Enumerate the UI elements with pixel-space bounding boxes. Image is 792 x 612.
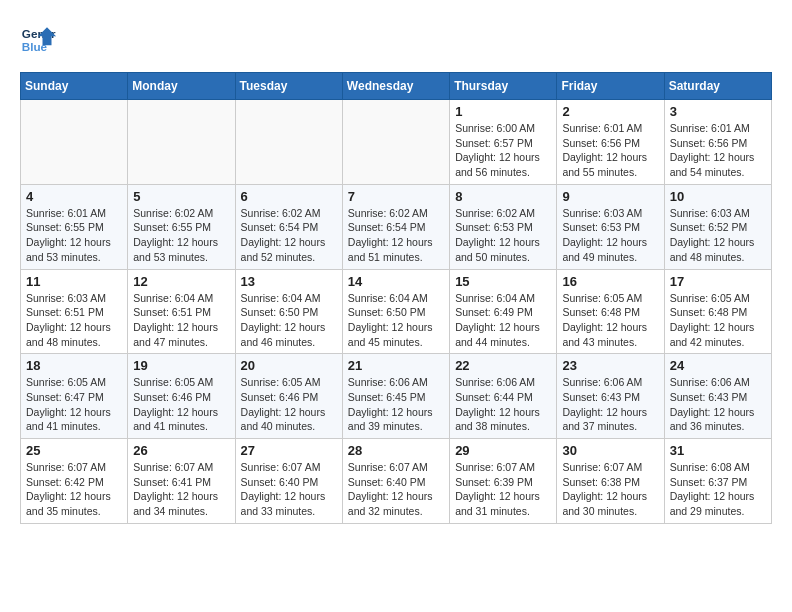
day-number: 15 (455, 274, 551, 289)
calendar-table: SundayMondayTuesdayWednesdayThursdayFrid… (20, 72, 772, 524)
day-info: Sunrise: 6:04 AM Sunset: 6:50 PM Dayligh… (348, 291, 444, 350)
day-number: 2 (562, 104, 658, 119)
calendar-cell: 22Sunrise: 6:06 AM Sunset: 6:44 PM Dayli… (450, 354, 557, 439)
day-number: 6 (241, 189, 337, 204)
calendar-cell: 8Sunrise: 6:02 AM Sunset: 6:53 PM Daylig… (450, 184, 557, 269)
calendar-header-thursday: Thursday (450, 73, 557, 100)
calendar-cell: 29Sunrise: 6:07 AM Sunset: 6:39 PM Dayli… (450, 439, 557, 524)
day-info: Sunrise: 6:06 AM Sunset: 6:43 PM Dayligh… (562, 375, 658, 434)
day-info: Sunrise: 6:07 AM Sunset: 6:41 PM Dayligh… (133, 460, 229, 519)
day-info: Sunrise: 6:07 AM Sunset: 6:40 PM Dayligh… (348, 460, 444, 519)
day-info: Sunrise: 6:03 AM Sunset: 6:51 PM Dayligh… (26, 291, 122, 350)
day-info: Sunrise: 6:02 AM Sunset: 6:54 PM Dayligh… (241, 206, 337, 265)
day-number: 22 (455, 358, 551, 373)
day-info: Sunrise: 6:07 AM Sunset: 6:38 PM Dayligh… (562, 460, 658, 519)
calendar-header-row: SundayMondayTuesdayWednesdayThursdayFrid… (21, 73, 772, 100)
day-number: 3 (670, 104, 766, 119)
calendar-cell (128, 100, 235, 185)
calendar-cell: 28Sunrise: 6:07 AM Sunset: 6:40 PM Dayli… (342, 439, 449, 524)
day-number: 19 (133, 358, 229, 373)
day-number: 31 (670, 443, 766, 458)
day-info: Sunrise: 6:04 AM Sunset: 6:50 PM Dayligh… (241, 291, 337, 350)
day-info: Sunrise: 6:02 AM Sunset: 6:53 PM Dayligh… (455, 206, 551, 265)
calendar-body: 1Sunrise: 6:00 AM Sunset: 6:57 PM Daylig… (21, 100, 772, 524)
day-number: 28 (348, 443, 444, 458)
calendar-header-saturday: Saturday (664, 73, 771, 100)
day-info: Sunrise: 6:04 AM Sunset: 6:51 PM Dayligh… (133, 291, 229, 350)
calendar-cell: 1Sunrise: 6:00 AM Sunset: 6:57 PM Daylig… (450, 100, 557, 185)
calendar-header-monday: Monday (128, 73, 235, 100)
calendar-cell: 23Sunrise: 6:06 AM Sunset: 6:43 PM Dayli… (557, 354, 664, 439)
day-number: 26 (133, 443, 229, 458)
calendar-cell: 18Sunrise: 6:05 AM Sunset: 6:47 PM Dayli… (21, 354, 128, 439)
day-number: 30 (562, 443, 658, 458)
calendar-cell: 26Sunrise: 6:07 AM Sunset: 6:41 PM Dayli… (128, 439, 235, 524)
calendar-cell: 27Sunrise: 6:07 AM Sunset: 6:40 PM Dayli… (235, 439, 342, 524)
calendar-cell: 20Sunrise: 6:05 AM Sunset: 6:46 PM Dayli… (235, 354, 342, 439)
calendar-cell: 4Sunrise: 6:01 AM Sunset: 6:55 PM Daylig… (21, 184, 128, 269)
calendar-cell: 24Sunrise: 6:06 AM Sunset: 6:43 PM Dayli… (664, 354, 771, 439)
day-number: 16 (562, 274, 658, 289)
calendar-cell: 10Sunrise: 6:03 AM Sunset: 6:52 PM Dayli… (664, 184, 771, 269)
calendar-cell: 11Sunrise: 6:03 AM Sunset: 6:51 PM Dayli… (21, 269, 128, 354)
day-info: Sunrise: 6:05 AM Sunset: 6:48 PM Dayligh… (670, 291, 766, 350)
day-number: 23 (562, 358, 658, 373)
calendar-cell: 2Sunrise: 6:01 AM Sunset: 6:56 PM Daylig… (557, 100, 664, 185)
day-number: 7 (348, 189, 444, 204)
day-number: 5 (133, 189, 229, 204)
day-number: 21 (348, 358, 444, 373)
day-number: 8 (455, 189, 551, 204)
page-header: General Blue (20, 20, 772, 56)
calendar-cell: 16Sunrise: 6:05 AM Sunset: 6:48 PM Dayli… (557, 269, 664, 354)
day-number: 27 (241, 443, 337, 458)
day-number: 11 (26, 274, 122, 289)
day-info: Sunrise: 6:01 AM Sunset: 6:55 PM Dayligh… (26, 206, 122, 265)
calendar-cell: 13Sunrise: 6:04 AM Sunset: 6:50 PM Dayli… (235, 269, 342, 354)
logo: General Blue (20, 20, 62, 56)
day-info: Sunrise: 6:06 AM Sunset: 6:44 PM Dayligh… (455, 375, 551, 434)
day-number: 4 (26, 189, 122, 204)
day-info: Sunrise: 6:01 AM Sunset: 6:56 PM Dayligh… (670, 121, 766, 180)
day-number: 24 (670, 358, 766, 373)
day-info: Sunrise: 6:03 AM Sunset: 6:53 PM Dayligh… (562, 206, 658, 265)
calendar-cell: 3Sunrise: 6:01 AM Sunset: 6:56 PM Daylig… (664, 100, 771, 185)
calendar-week-row: 18Sunrise: 6:05 AM Sunset: 6:47 PM Dayli… (21, 354, 772, 439)
calendar-cell: 30Sunrise: 6:07 AM Sunset: 6:38 PM Dayli… (557, 439, 664, 524)
calendar-cell: 7Sunrise: 6:02 AM Sunset: 6:54 PM Daylig… (342, 184, 449, 269)
calendar-cell (21, 100, 128, 185)
calendar-cell: 19Sunrise: 6:05 AM Sunset: 6:46 PM Dayli… (128, 354, 235, 439)
calendar-week-row: 1Sunrise: 6:00 AM Sunset: 6:57 PM Daylig… (21, 100, 772, 185)
calendar-week-row: 11Sunrise: 6:03 AM Sunset: 6:51 PM Dayli… (21, 269, 772, 354)
day-info: Sunrise: 6:05 AM Sunset: 6:46 PM Dayligh… (241, 375, 337, 434)
calendar-cell: 17Sunrise: 6:05 AM Sunset: 6:48 PM Dayli… (664, 269, 771, 354)
day-info: Sunrise: 6:06 AM Sunset: 6:45 PM Dayligh… (348, 375, 444, 434)
day-info: Sunrise: 6:04 AM Sunset: 6:49 PM Dayligh… (455, 291, 551, 350)
day-info: Sunrise: 6:03 AM Sunset: 6:52 PM Dayligh… (670, 206, 766, 265)
calendar-cell: 25Sunrise: 6:07 AM Sunset: 6:42 PM Dayli… (21, 439, 128, 524)
calendar-cell: 21Sunrise: 6:06 AM Sunset: 6:45 PM Dayli… (342, 354, 449, 439)
calendar-week-row: 25Sunrise: 6:07 AM Sunset: 6:42 PM Dayli… (21, 439, 772, 524)
day-number: 20 (241, 358, 337, 373)
day-number: 25 (26, 443, 122, 458)
day-number: 9 (562, 189, 658, 204)
day-number: 12 (133, 274, 229, 289)
day-info: Sunrise: 6:07 AM Sunset: 6:39 PM Dayligh… (455, 460, 551, 519)
day-info: Sunrise: 6:05 AM Sunset: 6:47 PM Dayligh… (26, 375, 122, 434)
day-info: Sunrise: 6:07 AM Sunset: 6:42 PM Dayligh… (26, 460, 122, 519)
logo-icon: General Blue (20, 20, 56, 56)
calendar-cell: 5Sunrise: 6:02 AM Sunset: 6:55 PM Daylig… (128, 184, 235, 269)
day-info: Sunrise: 6:05 AM Sunset: 6:48 PM Dayligh… (562, 291, 658, 350)
day-info: Sunrise: 6:00 AM Sunset: 6:57 PM Dayligh… (455, 121, 551, 180)
day-info: Sunrise: 6:05 AM Sunset: 6:46 PM Dayligh… (133, 375, 229, 434)
day-number: 18 (26, 358, 122, 373)
day-info: Sunrise: 6:07 AM Sunset: 6:40 PM Dayligh… (241, 460, 337, 519)
day-number: 29 (455, 443, 551, 458)
day-info: Sunrise: 6:02 AM Sunset: 6:54 PM Dayligh… (348, 206, 444, 265)
calendar-cell: 31Sunrise: 6:08 AM Sunset: 6:37 PM Dayli… (664, 439, 771, 524)
calendar-cell: 14Sunrise: 6:04 AM Sunset: 6:50 PM Dayli… (342, 269, 449, 354)
day-info: Sunrise: 6:06 AM Sunset: 6:43 PM Dayligh… (670, 375, 766, 434)
calendar-cell: 9Sunrise: 6:03 AM Sunset: 6:53 PM Daylig… (557, 184, 664, 269)
day-number: 13 (241, 274, 337, 289)
day-info: Sunrise: 6:08 AM Sunset: 6:37 PM Dayligh… (670, 460, 766, 519)
day-number: 1 (455, 104, 551, 119)
